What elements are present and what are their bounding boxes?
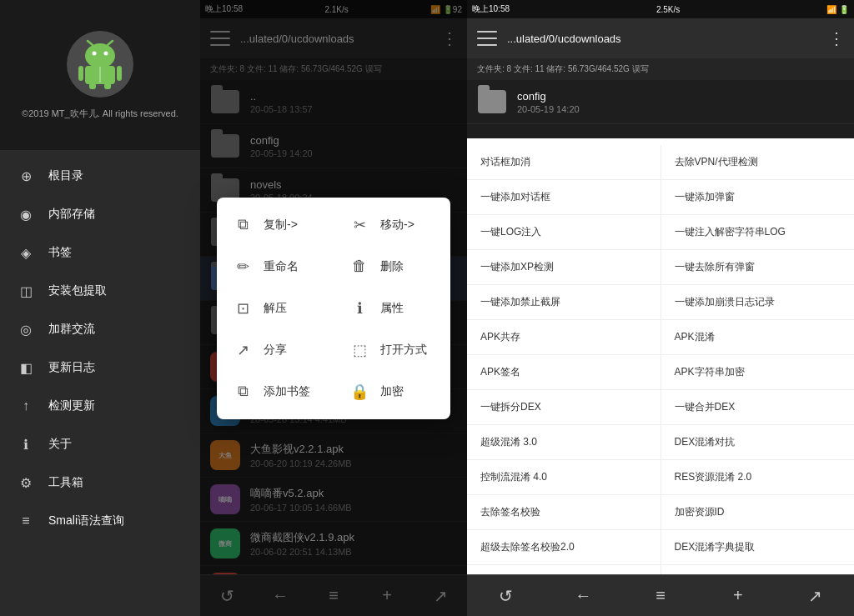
right-content: config 20-05-19 14:20 对话框加消 去除VPN/代理检测 一… <box>467 80 854 574</box>
copy-icon: ⧉ <box>234 216 252 233</box>
menu-add-popup[interactable]: 一键添加弹窗 <box>661 180 855 214</box>
menu-dex-obfuscate[interactable]: DEX混淆对抗 <box>661 425 855 459</box>
check-update-icon: ↑ <box>17 397 35 415</box>
encrypt-icon: 🔒 <box>350 383 369 401</box>
svg-rect-6 <box>78 66 83 81</box>
menu-merge-dex[interactable]: 一键合并DEX <box>661 390 855 424</box>
svg-rect-9 <box>104 83 111 89</box>
context-menu-share[interactable]: ↗ 分享 <box>217 329 334 371</box>
menu-encrypt-res-file[interactable]: 加密资源文件 <box>661 565 855 574</box>
right-menu-row: APK签名 APK字符串加密 <box>467 355 854 390</box>
sidebar-item-changelog-label: 更新日志 <box>48 360 95 375</box>
sidebar-item-about-label: 关于 <box>48 437 72 452</box>
add-bookmark-label: 添加书签 <box>264 384 310 399</box>
menu-super-obfuscate[interactable]: 超级混淆 3.0 <box>467 425 661 459</box>
menu-dex-dict-extract[interactable]: DEX混淆字典提取 <box>661 530 855 564</box>
internal-icon: ◉ <box>17 205 35 223</box>
right-subtitle: 文件夹: 8 文件: 11 储存: 56.73G/464.52G 误写 <box>467 58 854 80</box>
root-icon: ⊕ <box>17 167 35 185</box>
menu-apk-string-encrypt[interactable]: APK字符串加密 <box>661 355 855 389</box>
delete-icon: 🗑 <box>350 258 369 275</box>
right-overflow-menu[interactable]: ⋮ <box>828 28 844 48</box>
apk-extract-icon: ◫ <box>17 282 35 300</box>
context-menu-encrypt[interactable]: 🔒 加密 <box>334 371 450 413</box>
menu-decrypt-log[interactable]: 一键注入解密字符串LOG <box>661 215 855 249</box>
hamburger-menu-right[interactable] <box>477 31 497 46</box>
sidebar-item-bookmark-label: 书签 <box>48 245 72 260</box>
menu-apk-coexist[interactable]: APK共存 <box>467 320 661 354</box>
svg-rect-7 <box>117 66 122 81</box>
right-menu-row: 控制流混淆 4.0 RES资源混淆 2.0 <box>467 460 854 495</box>
list-item[interactable]: config 20-05-19 14:20 <box>467 80 854 124</box>
sidebar-item-toolbox[interactable]: ⚙ 工具箱 <box>0 463 200 502</box>
menu-crash-log[interactable]: 一键添加崩溃日志记录 <box>661 285 855 319</box>
right-menu-row: 一键添加XP检测 一键去除所有弹窗 <box>467 250 854 285</box>
svg-line-4 <box>108 41 113 45</box>
smali-icon: ≡ <box>17 512 35 530</box>
context-menu-delete[interactable]: 🗑 删除 <box>334 246 450 287</box>
menu-apk-obfuscate[interactable]: APK混淆 <box>661 320 855 354</box>
context-menu-overlay: ⧉ 复制-> ✂ 移动-> ✏ 重命名 🗑 删除 <box>200 0 467 616</box>
right-share-btn[interactable]: ↗ <box>799 579 832 613</box>
right-menu-row: 超级混淆 3.0 DEX混淆对抗 <box>467 425 854 460</box>
menu-flow-obfuscate[interactable]: 控制流混淆 4.0 <box>467 460 661 494</box>
menu-add-dialog[interactable]: 一键添加对话框 <box>467 180 661 214</box>
sidebar-item-internal[interactable]: ◉ 内部存储 <box>0 195 200 233</box>
right-back-btn[interactable]: ← <box>566 579 600 613</box>
sidebar-item-smali[interactable]: ≡ Smali语法查询 <box>0 502 200 540</box>
right-menu-row: 一键添加对话框 一键添加弹窗 <box>467 180 854 215</box>
menu-block-screenshot[interactable]: 一键添加禁止截屏 <box>467 285 661 319</box>
right-toolbar: ...ulated/0/ucdownloads ⋮ <box>467 18 854 58</box>
sidebar-item-about[interactable]: ℹ 关于 <box>0 425 200 463</box>
menu-apk-sign[interactable]: APK签名 <box>467 355 661 389</box>
context-menu-move[interactable]: ✂ 移动-> <box>334 204 450 246</box>
bookmark-icon: ◈ <box>17 243 35 262</box>
menu-remove-vpn[interactable]: 去除VPN/代理检测 <box>661 145 855 179</box>
menu-log-inject[interactable]: 一键LOG注入 <box>467 215 661 249</box>
menu-apk-align[interactable]: APK对齐优化 <box>467 565 661 574</box>
share-icon: ↗ <box>234 341 252 359</box>
group-chat-icon: ◎ <box>17 320 35 338</box>
context-menu-add-bookmark[interactable]: ⧉ 添加书签 <box>217 371 334 412</box>
sidebar-item-changelog[interactable]: ◧ 更新日志 <box>0 348 200 387</box>
copy-label: 复制-> <box>264 218 298 233</box>
context-menu-copy[interactable]: ⧉ 复制-> <box>217 204 334 245</box>
right-status-bar: 晚上10:58 2.5K/s 📶 🔋 <box>467 0 854 18</box>
properties-label: 属性 <box>380 301 404 316</box>
sidebar-item-group-label: 加群交流 <box>48 322 95 337</box>
sidebar-item-root[interactable]: ⊕ 根目录 <box>0 157 200 195</box>
sidebar-item-apk-extract[interactable]: ◫ 安装包提取 <box>0 272 200 310</box>
context-menu-row: ⧉ 添加书签 🔒 加密 <box>217 371 450 413</box>
context-menu-properties[interactable]: ℹ 属性 <box>334 288 450 329</box>
menu-split-dex[interactable]: 一键拆分DEX <box>467 390 661 424</box>
right-path-title: ...ulated/0/ucdownloads <box>507 33 818 45</box>
context-menu-row: ✏ 重命名 🗑 删除 <box>217 246 450 288</box>
right-menu-row: 一键拆分DEX 一键合并DEX <box>467 390 854 425</box>
menu-encrypt-res-id[interactable]: 加密资源ID <box>661 495 855 529</box>
about-icon: ℹ <box>17 435 35 453</box>
sidebar-item-check-update[interactable]: ↑ 检测更新 <box>0 387 200 425</box>
move-icon: ✂ <box>350 216 369 234</box>
sidebar-item-bookmark[interactable]: ◈ 书签 <box>0 233 200 272</box>
context-menu-open-with[interactable]: ⬚ 打开方式 <box>334 329 450 371</box>
menu-res-obfuscate[interactable]: RES资源混淆 2.0 <box>661 460 855 494</box>
menu-super-remove-sign[interactable]: 超级去除签名校验2.0 <box>467 530 661 564</box>
rename-icon: ✏ <box>234 258 252 276</box>
right-menu-row: 超级去除签名校验2.0 DEX混淆字典提取 <box>467 530 854 565</box>
right-menu-btn[interactable]: ≡ <box>644 579 677 613</box>
right-network: 📶 🔋 <box>826 5 849 14</box>
menu-remove-popup[interactable]: 一键去除所有弹窗 <box>661 250 855 284</box>
menu-add-xp[interactable]: 一键添加XP检测 <box>467 250 661 284</box>
right-add-btn[interactable]: + <box>721 579 755 613</box>
sidebar-item-root-label: 根目录 <box>48 168 83 183</box>
sidebar-item-toolbox-label: 工具箱 <box>48 475 83 490</box>
right-refresh-btn[interactable]: ↺ <box>489 579 522 613</box>
sidebar-item-group-chat[interactable]: ◎ 加群交流 <box>0 310 200 348</box>
context-menu-extract[interactable]: ⊡ 解压 <box>217 288 334 329</box>
menu-remove-sign[interactable]: 去除签名校验 <box>467 495 661 529</box>
right-panel: 晚上10:58 2.5K/s 📶 🔋 ...ulated/0/ucdownloa… <box>467 0 854 616</box>
android-logo <box>67 31 133 98</box>
context-menu-rename[interactable]: ✏ 重命名 <box>217 246 334 288</box>
right-menu-row: 一键LOG注入 一键注入解密字符串LOG <box>467 215 854 250</box>
menu-dialog-cancel[interactable]: 对话框加消 <box>467 145 661 179</box>
